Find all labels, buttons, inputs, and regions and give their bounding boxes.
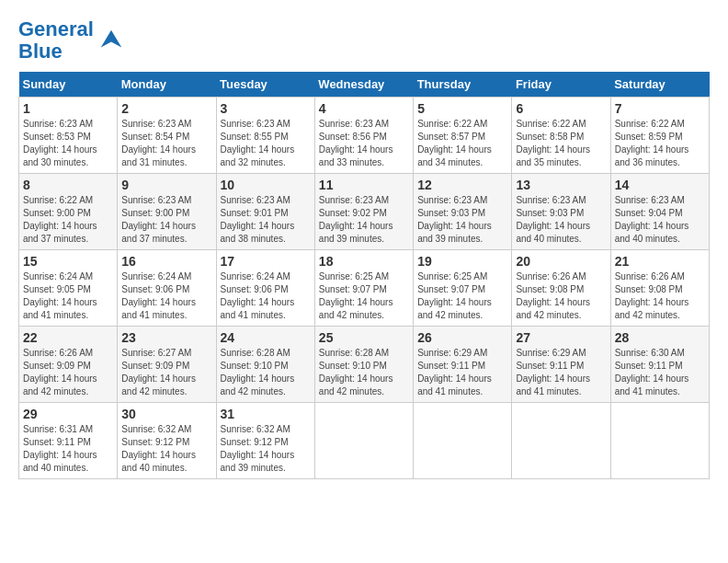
day-number: 16 (121, 254, 211, 269)
day-number: 6 (516, 101, 606, 116)
calendar-week-row: 22 Sunrise: 6:26 AM Sunset: 9:09 PM Dayl… (19, 327, 710, 403)
day-info: Sunrise: 6:26 AM Sunset: 9:08 PM Dayligh… (516, 270, 606, 322)
calendar-empty-cell (610, 403, 709, 479)
day-info: Sunrise: 6:22 AM Sunset: 9:00 PM Dayligh… (23, 194, 113, 246)
logo-text: GeneralBlue (18, 18, 94, 63)
day-info: Sunrise: 6:27 AM Sunset: 9:09 PM Dayligh… (121, 347, 211, 398)
day-info: Sunrise: 6:31 AM Sunset: 9:11 PM Dayligh… (23, 423, 113, 475)
calendar-day-cell: 9 Sunrise: 6:23 AM Sunset: 9:00 PM Dayli… (118, 174, 216, 250)
day-info: Sunrise: 6:30 AM Sunset: 9:11 PM Dayligh… (615, 347, 705, 398)
day-number: 12 (417, 178, 507, 192)
day-number: 30 (121, 407, 211, 421)
day-number: 21 (615, 254, 705, 269)
day-number: 4 (319, 101, 409, 116)
calendar-day-header: Thursday (414, 72, 512, 98)
day-number: 26 (417, 330, 507, 345)
calendar-day-cell: 8 Sunrise: 6:22 AM Sunset: 9:00 PM Dayli… (19, 174, 118, 250)
day-number: 28 (615, 330, 705, 345)
calendar-day-cell: 30 Sunrise: 6:32 AM Sunset: 9:12 PM Dayl… (118, 403, 216, 479)
day-number: 2 (121, 101, 211, 116)
day-number: 17 (221, 254, 311, 269)
calendar-day-cell: 10 Sunrise: 6:23 AM Sunset: 9:01 PM Dayl… (216, 174, 314, 250)
day-number: 31 (221, 407, 311, 421)
calendar-body: 1 Sunrise: 6:23 AM Sunset: 8:53 PM Dayli… (19, 98, 710, 479)
calendar-day-cell: 16 Sunrise: 6:24 AM Sunset: 9:06 PM Dayl… (118, 250, 216, 327)
calendar-table: SundayMondayTuesdayWednesdayThursdayFrid… (18, 72, 710, 479)
calendar-day-cell: 6 Sunrise: 6:22 AM Sunset: 8:58 PM Dayli… (512, 98, 610, 174)
calendar-day-header: Tuesday (216, 72, 314, 98)
calendar-day-cell: 28 Sunrise: 6:30 AM Sunset: 9:11 PM Dayl… (610, 327, 709, 403)
svg-marker-0 (101, 30, 122, 48)
calendar-day-cell: 19 Sunrise: 6:25 AM Sunset: 9:07 PM Dayl… (414, 250, 512, 327)
day-info: Sunrise: 6:28 AM Sunset: 9:10 PM Dayligh… (319, 347, 409, 398)
logo: GeneralBlue (18, 18, 125, 63)
day-info: Sunrise: 6:26 AM Sunset: 9:09 PM Dayligh… (23, 347, 113, 398)
day-info: Sunrise: 6:25 AM Sunset: 9:07 PM Dayligh… (417, 270, 507, 322)
day-number: 18 (319, 254, 409, 269)
day-info: Sunrise: 6:22 AM Sunset: 8:58 PM Dayligh… (516, 118, 606, 169)
calendar-day-cell: 11 Sunrise: 6:23 AM Sunset: 9:02 PM Dayl… (314, 174, 413, 250)
calendar-day-header: Friday (512, 72, 610, 98)
calendar-empty-cell (512, 403, 610, 479)
day-info: Sunrise: 6:32 AM Sunset: 9:12 PM Dayligh… (221, 423, 311, 475)
calendar-day-cell: 3 Sunrise: 6:23 AM Sunset: 8:55 PM Dayli… (216, 98, 314, 174)
calendar-day-cell: 12 Sunrise: 6:23 AM Sunset: 9:03 PM Dayl… (414, 174, 512, 250)
day-info: Sunrise: 6:24 AM Sunset: 9:06 PM Dayligh… (221, 270, 311, 322)
day-info: Sunrise: 6:29 AM Sunset: 9:11 PM Dayligh… (417, 347, 507, 398)
calendar-day-cell: 29 Sunrise: 6:31 AM Sunset: 9:11 PM Dayl… (19, 403, 118, 479)
day-number: 22 (23, 330, 113, 345)
day-number: 25 (319, 330, 409, 345)
day-number: 27 (516, 330, 606, 345)
calendar-day-cell: 21 Sunrise: 6:26 AM Sunset: 9:08 PM Dayl… (610, 250, 709, 327)
day-info: Sunrise: 6:23 AM Sunset: 9:02 PM Dayligh… (319, 194, 409, 246)
calendar-day-cell: 25 Sunrise: 6:28 AM Sunset: 9:10 PM Dayl… (314, 327, 413, 403)
day-number: 29 (23, 407, 113, 421)
calendar-day-header: Wednesday (314, 72, 413, 98)
logo-icon (97, 27, 125, 54)
day-number: 24 (221, 330, 311, 345)
day-info: Sunrise: 6:23 AM Sunset: 8:55 PM Dayligh… (221, 118, 311, 169)
calendar-day-header: Sunday (19, 72, 118, 98)
page-header: GeneralBlue (18, 18, 710, 63)
day-info: Sunrise: 6:28 AM Sunset: 9:10 PM Dayligh… (221, 347, 311, 398)
calendar-header-row: SundayMondayTuesdayWednesdayThursdayFrid… (19, 72, 710, 98)
calendar-day-cell: 26 Sunrise: 6:29 AM Sunset: 9:11 PM Dayl… (414, 327, 512, 403)
day-info: Sunrise: 6:24 AM Sunset: 9:05 PM Dayligh… (23, 270, 113, 322)
calendar-week-row: 8 Sunrise: 6:22 AM Sunset: 9:00 PM Dayli… (19, 174, 710, 250)
day-info: Sunrise: 6:22 AM Sunset: 8:57 PM Dayligh… (417, 118, 507, 169)
calendar-day-cell: 22 Sunrise: 6:26 AM Sunset: 9:09 PM Dayl… (19, 327, 118, 403)
calendar-week-row: 15 Sunrise: 6:24 AM Sunset: 9:05 PM Dayl… (19, 250, 710, 327)
calendar-day-cell: 17 Sunrise: 6:24 AM Sunset: 9:06 PM Dayl… (216, 250, 314, 327)
day-info: Sunrise: 6:23 AM Sunset: 8:56 PM Dayligh… (319, 118, 409, 169)
day-number: 15 (23, 254, 113, 269)
calendar-day-cell: 24 Sunrise: 6:28 AM Sunset: 9:10 PM Dayl… (216, 327, 314, 403)
day-number: 23 (121, 330, 211, 345)
calendar-week-row: 1 Sunrise: 6:23 AM Sunset: 8:53 PM Dayli… (19, 98, 710, 174)
day-info: Sunrise: 6:23 AM Sunset: 8:54 PM Dayligh… (121, 118, 211, 169)
calendar-empty-cell (414, 403, 512, 479)
calendar-day-cell: 15 Sunrise: 6:24 AM Sunset: 9:05 PM Dayl… (19, 250, 118, 327)
calendar-day-header: Monday (118, 72, 216, 98)
day-info: Sunrise: 6:23 AM Sunset: 9:01 PM Dayligh… (221, 194, 311, 246)
day-number: 9 (121, 178, 211, 192)
day-number: 20 (516, 254, 606, 269)
day-info: Sunrise: 6:22 AM Sunset: 8:59 PM Dayligh… (615, 118, 705, 169)
day-number: 13 (516, 178, 606, 192)
calendar-empty-cell (314, 403, 413, 479)
day-number: 10 (221, 178, 311, 192)
calendar-day-cell: 2 Sunrise: 6:23 AM Sunset: 8:54 PM Dayli… (118, 98, 216, 174)
day-info: Sunrise: 6:26 AM Sunset: 9:08 PM Dayligh… (615, 270, 705, 322)
day-number: 1 (23, 101, 113, 116)
day-info: Sunrise: 6:23 AM Sunset: 9:03 PM Dayligh… (516, 194, 606, 246)
calendar-day-cell: 13 Sunrise: 6:23 AM Sunset: 9:03 PM Dayl… (512, 174, 610, 250)
day-info: Sunrise: 6:23 AM Sunset: 9:04 PM Dayligh… (615, 194, 705, 246)
calendar-day-cell: 5 Sunrise: 6:22 AM Sunset: 8:57 PM Dayli… (414, 98, 512, 174)
day-number: 3 (221, 101, 311, 116)
day-number: 5 (417, 101, 507, 116)
calendar-day-cell: 23 Sunrise: 6:27 AM Sunset: 9:09 PM Dayl… (118, 327, 216, 403)
day-number: 8 (23, 178, 113, 192)
calendar-day-header: Saturday (610, 72, 709, 98)
day-number: 11 (319, 178, 409, 192)
day-info: Sunrise: 6:23 AM Sunset: 9:03 PM Dayligh… (417, 194, 507, 246)
day-number: 14 (615, 178, 705, 192)
